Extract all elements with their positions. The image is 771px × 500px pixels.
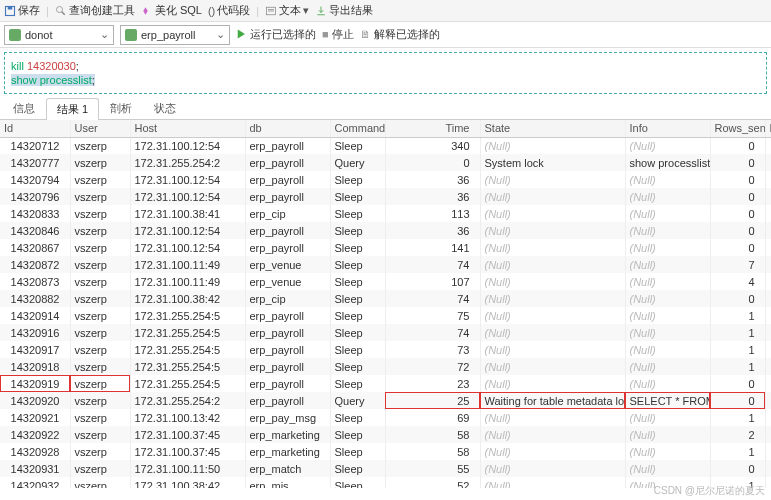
explain-button[interactable]: 🗎 解释已选择的: [360, 27, 440, 42]
col-info[interactable]: Info: [625, 120, 710, 137]
save-button[interactable]: 保存: [4, 3, 40, 18]
col-state[interactable]: State: [480, 120, 625, 137]
table-row[interactable]: 14320920vszerp172.31.255.254:2erp_payrol…: [0, 392, 771, 409]
result-tabs: 信息 结果 1 剖析 状态: [0, 98, 771, 120]
tab-status[interactable]: 状态: [143, 97, 187, 119]
database-icon: [125, 29, 137, 41]
text-button[interactable]: 文本 ▾: [265, 3, 309, 18]
svg-line-3: [62, 11, 65, 14]
table-row[interactable]: 14320777vszerp172.31.255.254:2erp_payrol…: [0, 154, 771, 171]
table-row[interactable]: 14320919vszerp172.31.255.254:5erp_payrol…: [0, 375, 771, 392]
sql-editor[interactable]: kill 14320030; show processlist;: [4, 52, 767, 94]
table-row[interactable]: 14320794vszerp172.31.100.12:54erp_payrol…: [0, 171, 771, 188]
table-row[interactable]: 14320917vszerp172.31.255.254:5erp_payrol…: [0, 341, 771, 358]
query-tool-button[interactable]: 查询创建工具: [55, 3, 135, 18]
run-button[interactable]: ▶ 运行已选择的: [236, 27, 316, 42]
table-row[interactable]: 14320873vszerp172.31.100.11:49erp_venueS…: [0, 273, 771, 290]
svg-rect-1: [8, 6, 13, 9]
table-row[interactable]: 14320928vszerp172.31.100.37:45erp_market…: [0, 443, 771, 460]
result-grid[interactable]: Id User Host db Command Time State Info …: [0, 120, 771, 488]
col-re[interactable]: R: [765, 120, 771, 137]
chevron-down-icon: ⌄: [100, 28, 109, 41]
svg-point-2: [56, 6, 62, 12]
tab-profile[interactable]: 剖析: [99, 97, 143, 119]
table-row[interactable]: 14320867vszerp172.31.100.12:54erp_payrol…: [0, 239, 771, 256]
database-selector-1[interactable]: donot⌄: [4, 25, 114, 45]
table-row[interactable]: 14320931vszerp172.31.100.11:50erp_matchS…: [0, 460, 771, 477]
table-row[interactable]: 14320882vszerp172.31.100.38:42erp_cipSle…: [0, 290, 771, 307]
chevron-down-icon: ⌄: [216, 28, 225, 41]
table-row[interactable]: 14320918vszerp172.31.255.254:5erp_payrol…: [0, 358, 771, 375]
watermark: CSDN @尼尔尼诺的夏天: [654, 484, 765, 498]
col-command[interactable]: Command: [330, 120, 385, 137]
table-row[interactable]: 14320916vszerp172.31.255.254:5erp_payrol…: [0, 324, 771, 341]
table-row[interactable]: 14320914vszerp172.31.255.254:5erp_payrol…: [0, 307, 771, 324]
table-row[interactable]: 14320922vszerp172.31.100.37:45erp_market…: [0, 426, 771, 443]
snippet-button[interactable]: ()代码段: [208, 3, 250, 18]
stop-button[interactable]: ■ 停止: [322, 27, 354, 42]
table-row[interactable]: 14320712vszerp172.31.100.12:54erp_payrol…: [0, 137, 771, 154]
table-row[interactable]: 14320846vszerp172.31.100.12:54erp_payrol…: [0, 222, 771, 239]
tab-result[interactable]: 结果 1: [46, 98, 99, 120]
beautify-button[interactable]: 美化 SQL: [141, 3, 202, 18]
col-time[interactable]: Time: [385, 120, 480, 137]
tab-info[interactable]: 信息: [2, 97, 46, 119]
export-button[interactable]: 导出结果: [315, 3, 373, 18]
table-row[interactable]: 14320872vszerp172.31.100.11:49erp_venueS…: [0, 256, 771, 273]
table-row[interactable]: 14320796vszerp172.31.100.12:54erp_payrol…: [0, 188, 771, 205]
col-id[interactable]: Id: [0, 120, 70, 137]
col-host[interactable]: Host: [130, 120, 245, 137]
col-db[interactable]: db: [245, 120, 330, 137]
col-user[interactable]: User: [70, 120, 130, 137]
col-rows-sent[interactable]: Rows_sent: [710, 120, 765, 137]
table-row[interactable]: 14320833vszerp172.31.100.38:41erp_cipSle…: [0, 205, 771, 222]
run-bar: donot⌄ erp_payroll⌄ ▶ 运行已选择的 ■ 停止 🗎 解释已选…: [0, 22, 771, 48]
table-row[interactable]: 14320921vszerp172.31.100.13:42erp_pay_ms…: [0, 409, 771, 426]
main-toolbar: 保存 | 查询创建工具 美化 SQL ()代码段 | 文本 ▾ 导出结果: [0, 0, 771, 22]
database-icon: [9, 29, 21, 41]
database-selector-2[interactable]: erp_payroll⌄: [120, 25, 230, 45]
